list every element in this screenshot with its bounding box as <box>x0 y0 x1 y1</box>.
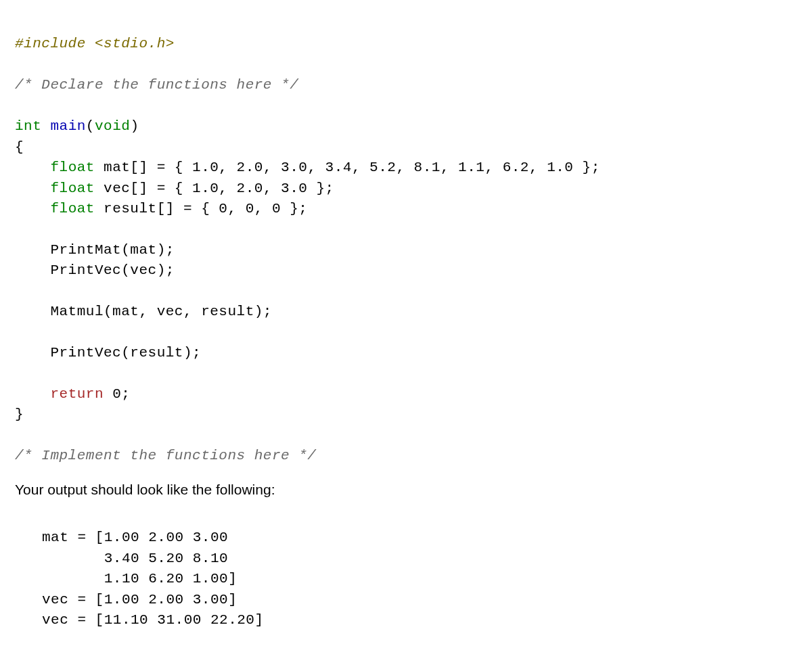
comment-declare: /* Declare the functions here */ <box>15 77 298 93</box>
output-line-5: vec = [11.10 31.00 22.20] <box>42 612 264 628</box>
kw-float-vec: float <box>50 181 95 196</box>
output-line-2: 3.40 5.20 8.10 <box>42 551 228 566</box>
expected-output: mat = [1.00 2.00 3.00 3.40 5.20 8.10 1.1… <box>42 507 797 631</box>
code-listing: #include <stdio.h> /* Declare the functi… <box>15 14 797 467</box>
kw-return: return <box>50 386 104 402</box>
kw-float-result: float <box>50 201 95 216</box>
output-line-4: vec = [1.00 2.00 3.00] <box>42 592 237 607</box>
brace-close: } <box>15 407 24 422</box>
result-decl: result[] = { 0, 0, 0 }; <box>95 201 307 216</box>
call-printvec-2: PrintVec(result); <box>15 345 201 361</box>
kw-float-mat: float <box>50 160 95 175</box>
fn-main: main <box>50 118 85 134</box>
output-line-3: 1.10 6.20 1.00] <box>42 571 237 586</box>
kw-int: int <box>15 118 41 134</box>
include-directive: #include <stdio.h> <box>15 36 175 51</box>
vec-decl: vec[] = { 1.0, 2.0, 3.0 }; <box>95 181 334 196</box>
call-printvec-1: PrintVec(vec); <box>15 262 175 278</box>
output-line-1: mat = [1.00 2.00 3.00 <box>42 530 228 545</box>
call-printmat: PrintMat(mat); <box>15 242 175 258</box>
comment-implement: /* Implement the functions here */ <box>15 448 316 463</box>
brace-open: { <box>15 139 24 155</box>
return-zero: 0; <box>104 386 130 402</box>
mat-decl: mat[] = { 1.0, 2.0, 3.0, 3.4, 5.2, 8.1, … <box>95 160 600 175</box>
call-matmul: Matmul(mat, vec, result); <box>15 304 272 319</box>
kw-void: void <box>95 118 130 134</box>
output-intro-text: Your output should look like the followi… <box>15 480 797 499</box>
